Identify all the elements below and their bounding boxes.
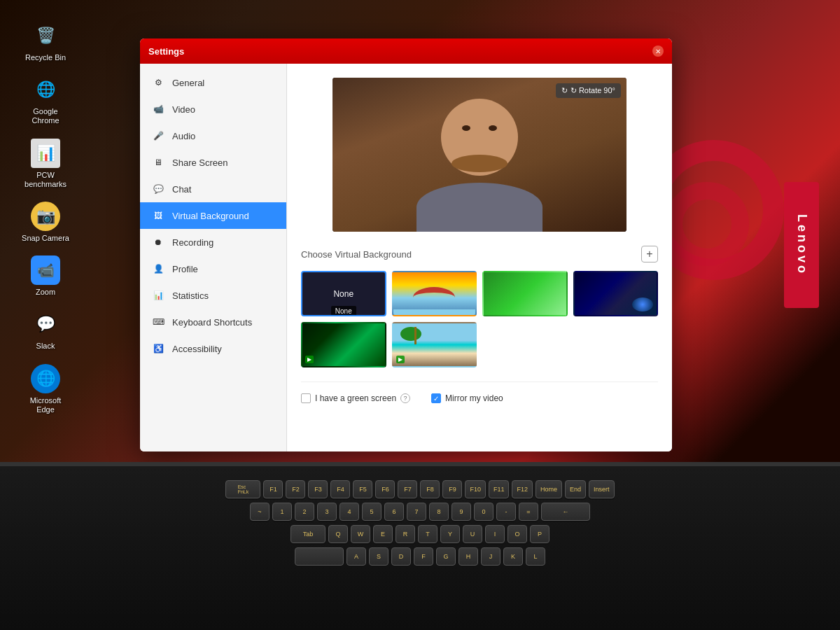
key-8[interactable]: 8 (429, 503, 449, 521)
key-i[interactable]: I (485, 525, 505, 543)
key-e[interactable]: E (373, 525, 393, 543)
key-y[interactable]: Y (440, 525, 460, 543)
rotate-button[interactable]: ↻ ↻ Rotate 90° (556, 83, 621, 98)
key-d[interactable]: D (391, 547, 411, 566)
key-f[interactable]: F (414, 547, 433, 566)
edge-icon: 🌐 (31, 364, 60, 393)
sidebar-item-statistics[interactable]: 📊 Statistics (140, 282, 286, 309)
bottom-options: I have a green screen ? Mirror my video (301, 382, 658, 403)
background-space[interactable] (573, 271, 659, 316)
key-insert[interactable]: Insert (589, 480, 615, 498)
zoom-label: Zoom (36, 288, 55, 297)
sidebar-label-video: Video (172, 104, 195, 115)
key-1[interactable]: 1 (272, 503, 292, 521)
chat-icon: 💬 (151, 182, 165, 196)
background-beach[interactable]: ▶ (392, 322, 477, 368)
sidebar-item-virtual-background[interactable]: 🖼 Virtual Background (140, 202, 286, 229)
background-green-nature[interactable] (482, 271, 568, 316)
key-3[interactable]: 3 (317, 503, 337, 521)
sidebar-item-accessibility[interactable]: ♿ Accessibility (140, 335, 286, 362)
key-f1[interactable]: F1 (263, 480, 283, 498)
video-overlay-aurora: ▶ (305, 356, 314, 363)
key-f8[interactable]: F8 (420, 480, 440, 498)
key-end[interactable]: End (565, 480, 586, 498)
sidebar-label-accessibility: Accessibility (172, 344, 222, 354)
key-minus[interactable]: - (496, 503, 516, 521)
key-tab[interactable]: Tab (290, 525, 326, 543)
background-aurora[interactable]: ▶ (301, 322, 386, 368)
key-7[interactable]: 7 (407, 503, 426, 521)
key-t[interactable]: T (418, 525, 438, 543)
key-f5[interactable]: F5 (353, 480, 372, 498)
key-6[interactable]: 6 (384, 503, 404, 521)
key-f9[interactable]: F9 (442, 480, 462, 498)
key-f11[interactable]: F11 (489, 480, 510, 498)
key-q[interactable]: Q (328, 525, 348, 543)
key-k[interactable]: K (503, 547, 523, 566)
recording-icon: ⏺ (151, 235, 165, 249)
sidebar-item-profile[interactable]: 👤 Profile (140, 255, 286, 282)
sidebar-item-recording[interactable]: ⏺ Recording (140, 229, 286, 255)
share-screen-icon: 🖥 (151, 155, 165, 169)
mirror-video-checkbox[interactable] (431, 393, 441, 403)
key-p[interactable]: P (530, 525, 550, 543)
key-equal[interactable]: = (519, 503, 538, 521)
key-j[interactable]: J (481, 547, 500, 566)
mirror-video-option: Mirror my video (431, 393, 503, 403)
key-h[interactable]: H (458, 547, 478, 566)
key-9[interactable]: 9 (451, 503, 471, 521)
sidebar-item-video[interactable]: 📹 Video (140, 96, 286, 122)
icon-slack[interactable]: 💬 Slack (21, 309, 70, 351)
key-w[interactable]: W (351, 525, 370, 543)
key-f4[interactable]: F4 (330, 480, 350, 498)
sidebar-item-share-screen[interactable]: 🖥 Share Screen (140, 149, 286, 176)
sidebar-label-share-screen: Share Screen (172, 158, 228, 168)
icon-pcw-benchmarks[interactable]: 📊 PCW benchmarks (21, 139, 70, 189)
video-icon: 📹 (151, 102, 165, 116)
video-overlay-beach: ▶ (396, 356, 405, 363)
icon-recycle-bin[interactable]: 🗑️ Recycle Bin (21, 21, 70, 62)
recycle-bin-icon: 🗑️ (31, 21, 60, 50)
key-f10[interactable]: F10 (465, 480, 486, 498)
background-golden-gate[interactable] (392, 271, 477, 316)
statistics-icon: 📊 (151, 288, 165, 302)
icon-snap-camera[interactable]: 📷 Snap Camera (21, 202, 70, 243)
key-4[interactable]: 4 (340, 503, 359, 521)
key-l[interactable]: L (526, 547, 545, 566)
background-none[interactable]: None None (301, 271, 386, 316)
key-o[interactable]: O (507, 525, 527, 543)
key-2[interactable]: 2 (295, 503, 314, 521)
green-screen-help-icon[interactable]: ? (400, 393, 410, 403)
icon-zoom[interactable]: 📹 Zoom (21, 255, 70, 297)
key-esc[interactable]: EscFnLk (225, 480, 260, 498)
key-a[interactable]: A (346, 547, 366, 566)
key-home[interactable]: Home (536, 480, 562, 498)
key-0[interactable]: 0 (474, 503, 493, 521)
key-f3[interactable]: F3 (308, 480, 328, 498)
icon-google-chrome[interactable]: 🌐 Google Chrome (21, 75, 70, 125)
green-screen-checkbox[interactable] (301, 393, 311, 403)
sidebar-item-keyboard-shortcuts[interactable]: ⌨ Keyboard Shortcuts (140, 309, 286, 335)
sidebar-item-chat[interactable]: 💬 Chat (140, 176, 286, 202)
close-button[interactable]: ✕ (652, 46, 664, 57)
key-u[interactable]: U (463, 525, 482, 543)
key-f12[interactable]: F12 (512, 480, 533, 498)
key-f7[interactable]: F7 (398, 480, 417, 498)
key-f6[interactable]: F6 (375, 480, 395, 498)
key-r[interactable]: R (396, 525, 415, 543)
key-5[interactable]: 5 (362, 503, 382, 521)
key-row-qwerty: Tab Q W E R T Y U I O P (21, 525, 819, 543)
sidebar-label-recording: Recording (172, 237, 214, 248)
add-background-button[interactable]: + (641, 246, 658, 262)
key-backspace[interactable]: ← (541, 503, 590, 521)
key-backtick[interactable]: ~ (250, 503, 270, 521)
icon-microsoft-edge[interactable]: 🌐 Microsoft Edge (21, 364, 70, 414)
sidebar-item-general[interactable]: ⚙ General (140, 69, 286, 96)
key-g[interactable]: G (436, 547, 456, 566)
video-preview: ↻ ↻ Rotate 90° (332, 78, 626, 232)
key-s[interactable]: S (369, 547, 388, 566)
key-f2[interactable]: F2 (286, 480, 305, 498)
sidebar-item-audio[interactable]: 🎤 Audio (140, 122, 286, 149)
sidebar-label-general: General (172, 78, 204, 88)
key-caps[interactable] (295, 547, 344, 566)
